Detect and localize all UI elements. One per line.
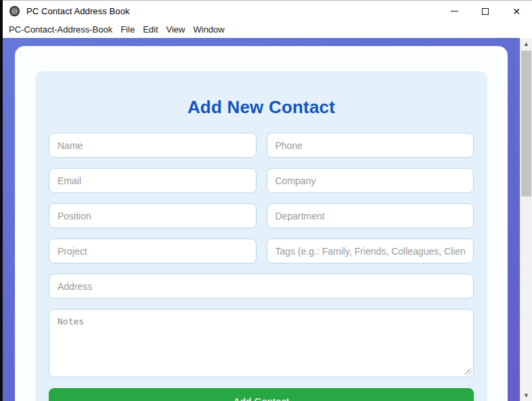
project-field[interactable]	[49, 238, 257, 263]
window-title: PC Contact Address Book	[26, 6, 130, 16]
menu-item-window[interactable]: Window	[189, 22, 228, 38]
scrollbar-thumb[interactable]	[521, 51, 531, 196]
close-button[interactable]: ✕	[501, 1, 532, 22]
page-container: Add New Contact	[15, 46, 508, 401]
phone-field[interactable]	[267, 133, 474, 158]
maximize-icon	[482, 8, 489, 15]
add-contact-button[interactable]: Add Contact	[49, 388, 474, 401]
email-field[interactable]	[49, 168, 257, 193]
menu-item-edit[interactable]: Edit	[139, 22, 162, 38]
name-field[interactable]	[49, 133, 257, 158]
menu-item-view[interactable]: View	[162, 22, 190, 38]
address-field[interactable]	[49, 274, 474, 299]
notes-textarea[interactable]	[49, 309, 474, 377]
main-content: Add New Contact	[3, 38, 532, 401]
minimize-button[interactable]	[439, 1, 470, 22]
menu-item-file[interactable]: File	[116, 22, 139, 38]
scroll-up-arrow-icon[interactable]: ▲	[520, 38, 532, 49]
app-icon	[9, 5, 20, 17]
vertical-scrollbar[interactable]: ▲ ▼	[520, 38, 532, 401]
title-bar: PC Contact Address Book ✕	[3, 1, 532, 22]
maximize-button[interactable]	[470, 1, 501, 22]
position-field[interactable]	[49, 203, 257, 228]
window-controls: ✕	[439, 1, 532, 22]
add-contact-form-card: Add New Contact	[35, 71, 487, 401]
department-field[interactable]	[267, 203, 474, 228]
menu-item-app[interactable]: PC-Contact-Address-Book	[5, 22, 116, 38]
scroll-down-arrow-icon[interactable]: ▼	[520, 389, 532, 401]
form-title: Add New Contact	[49, 97, 474, 118]
tags-field[interactable]	[267, 238, 474, 263]
menu-bar: PC-Contact-Address-Book File Edit View W…	[3, 22, 532, 38]
page-background: Add New Contact	[3, 38, 520, 401]
minimize-icon	[451, 11, 458, 12]
close-icon: ✕	[512, 6, 520, 17]
scrollbar-track[interactable]	[520, 49, 532, 389]
app-window: PC Contact Address Book ✕ PC-Contact-Add…	[3, 0, 532, 401]
notes-wrapper	[49, 309, 474, 377]
textarea-resize-handle[interactable]	[465, 368, 472, 375]
company-field[interactable]	[267, 168, 474, 193]
form-field-grid	[49, 133, 474, 263]
